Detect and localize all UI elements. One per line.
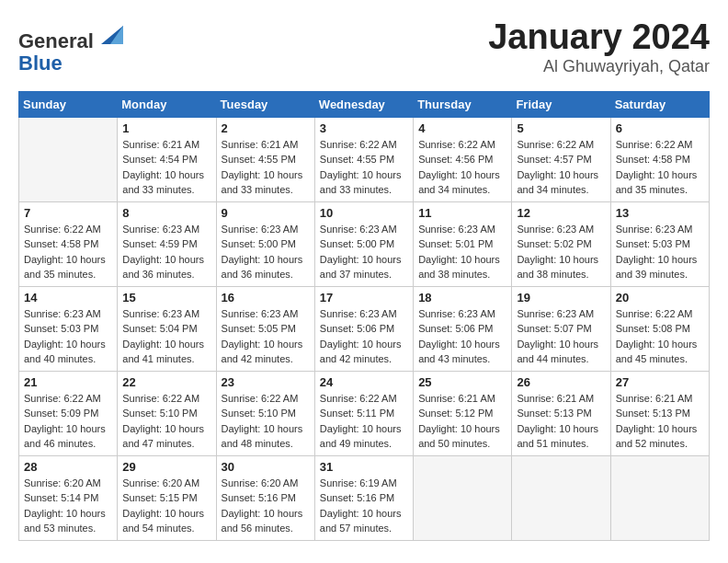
info-line: Sunset: 5:13 PM — [616, 406, 704, 421]
day-info: Sunrise: 6:23 AMSunset: 4:59 PMDaylight:… — [122, 222, 210, 282]
table-row: 7Sunrise: 6:22 AMSunset: 4:58 PMDaylight… — [19, 201, 118, 286]
table-row: 16Sunrise: 6:23 AMSunset: 5:05 PMDayligh… — [216, 286, 314, 371]
info-line: Daylight: 10 hours — [222, 421, 310, 437]
info-line: Daylight: 10 hours — [24, 506, 112, 522]
table-row: 14Sunrise: 6:23 AMSunset: 5:03 PMDayligh… — [19, 286, 118, 371]
info-line: Sunrise: 6:22 AM — [517, 137, 605, 153]
day-info: Sunrise: 6:22 AMSunset: 5:10 PMDaylight:… — [222, 391, 310, 452]
table-row: 20Sunrise: 6:22 AMSunset: 5:08 PMDayligh… — [610, 286, 709, 371]
day-number: 5 — [517, 121, 605, 135]
info-line: Sunrise: 6:22 AM — [418, 137, 506, 153]
day-number: 6 — [616, 121, 704, 135]
info-line: Daylight: 10 hours — [122, 337, 210, 352]
info-line: Daylight: 10 hours — [418, 252, 506, 268]
info-line: Daylight: 10 hours — [222, 506, 310, 522]
table-row: 18Sunrise: 6:23 AMSunset: 5:06 PMDayligh… — [414, 286, 512, 371]
day-number: 12 — [517, 206, 605, 220]
info-line: and 38 minutes. — [517, 267, 605, 282]
table-row: 12Sunrise: 6:23 AMSunset: 5:02 PMDayligh… — [512, 201, 610, 286]
day-number: 20 — [616, 291, 704, 304]
table-row: 29Sunrise: 6:20 AMSunset: 5:15 PMDayligh… — [118, 455, 216, 540]
location: Al Ghuwayriyah, Qatar — [488, 57, 710, 76]
info-line: and 36 minutes. — [222, 267, 310, 282]
day-number: 21 — [24, 375, 112, 389]
info-line: Sunrise: 6:23 AM — [320, 306, 408, 322]
table-row: 17Sunrise: 6:23 AMSunset: 5:06 PMDayligh… — [314, 286, 413, 371]
info-line: and 33 minutes. — [222, 182, 310, 198]
info-line: and 56 minutes. — [222, 521, 310, 536]
info-line: Sunrise: 6:23 AM — [517, 222, 605, 237]
info-line: Sunrise: 6:23 AM — [418, 306, 506, 322]
calendar-week-row: 14Sunrise: 6:23 AMSunset: 5:03 PMDayligh… — [19, 286, 710, 371]
info-line: Sunrise: 6:23 AM — [418, 222, 506, 237]
day-info: Sunrise: 6:22 AMSunset: 5:08 PMDaylight:… — [616, 306, 704, 367]
table-row: 30Sunrise: 6:20 AMSunset: 5:16 PMDayligh… — [216, 455, 314, 540]
info-line: Sunrise: 6:22 AM — [222, 391, 310, 407]
day-number: 26 — [517, 375, 605, 389]
table-row: 25Sunrise: 6:21 AMSunset: 5:12 PMDayligh… — [414, 371, 512, 455]
info-line: Daylight: 10 hours — [517, 252, 605, 268]
info-line: Daylight: 10 hours — [616, 252, 704, 268]
info-line: and 40 minutes. — [24, 351, 112, 367]
info-line: Sunset: 5:06 PM — [320, 321, 408, 337]
info-line: Sunset: 4:58 PM — [24, 236, 112, 252]
info-line: and 50 minutes. — [418, 436, 506, 452]
info-line: Daylight: 10 hours — [24, 337, 112, 352]
info-line: and 34 minutes. — [517, 182, 605, 198]
info-line: Daylight: 10 hours — [222, 337, 310, 352]
info-line: and 42 minutes. — [222, 351, 310, 367]
table-row: 2Sunrise: 6:21 AMSunset: 4:55 PMDaylight… — [216, 117, 314, 201]
info-line: Sunset: 5:00 PM — [320, 236, 408, 252]
info-line: Sunrise: 6:22 AM — [24, 222, 112, 237]
info-line: Sunrise: 6:23 AM — [320, 222, 408, 237]
day-number: 24 — [320, 375, 408, 389]
day-number: 10 — [320, 206, 408, 220]
day-info: Sunrise: 6:20 AMSunset: 5:14 PMDaylight:… — [24, 476, 112, 536]
info-line: and 47 minutes. — [122, 436, 210, 452]
calendar-week-row: 21Sunrise: 6:22 AMSunset: 5:09 PMDayligh… — [19, 371, 710, 455]
info-line: and 54 minutes. — [122, 521, 210, 536]
info-line: Sunrise: 6:22 AM — [320, 391, 408, 407]
info-line: Sunrise: 6:21 AM — [616, 391, 704, 407]
info-line: Sunrise: 6:23 AM — [517, 306, 605, 322]
day-info: Sunrise: 6:22 AMSunset: 4:56 PMDaylight:… — [418, 137, 506, 198]
day-info: Sunrise: 6:23 AMSunset: 5:02 PMDaylight:… — [517, 222, 605, 282]
day-number: 28 — [24, 460, 112, 474]
table-row: 15Sunrise: 6:23 AMSunset: 5:04 PMDayligh… — [118, 286, 216, 371]
info-line: and 38 minutes. — [418, 267, 506, 282]
info-line: Daylight: 10 hours — [418, 337, 506, 352]
info-line: Sunrise: 6:20 AM — [222, 476, 310, 491]
table-row — [19, 117, 118, 201]
table-row: 21Sunrise: 6:22 AMSunset: 5:09 PMDayligh… — [19, 371, 118, 455]
col-wednesday: Wednesday — [314, 91, 413, 117]
day-info: Sunrise: 6:23 AMSunset: 5:03 PMDaylight:… — [616, 222, 704, 282]
info-line: Daylight: 10 hours — [24, 252, 112, 268]
table-row: 6Sunrise: 6:22 AMSunset: 4:58 PMDaylight… — [610, 117, 709, 201]
info-line: Sunrise: 6:22 AM — [122, 391, 210, 407]
day-info: Sunrise: 6:23 AMSunset: 5:05 PMDaylight:… — [222, 306, 310, 367]
info-line: and 36 minutes. — [122, 267, 210, 282]
day-number: 25 — [418, 375, 506, 389]
info-line: Daylight: 10 hours — [122, 167, 210, 183]
info-line: and 35 minutes. — [616, 182, 704, 198]
info-line: Sunset: 5:10 PM — [222, 406, 310, 421]
info-line: Daylight: 10 hours — [24, 421, 112, 437]
info-line: and 39 minutes. — [616, 267, 704, 282]
info-line: Sunset: 4:54 PM — [122, 152, 210, 167]
day-number: 17 — [320, 291, 408, 304]
table-row: 13Sunrise: 6:23 AMSunset: 5:03 PMDayligh… — [610, 201, 709, 286]
info-line: Daylight: 10 hours — [320, 506, 408, 522]
day-number: 8 — [122, 206, 210, 220]
info-line: and 46 minutes. — [24, 436, 112, 452]
table-row: 22Sunrise: 6:22 AMSunset: 5:10 PMDayligh… — [118, 371, 216, 455]
col-tuesday: Tuesday — [216, 91, 314, 117]
calendar-week-row: 28Sunrise: 6:20 AMSunset: 5:14 PMDayligh… — [19, 455, 710, 540]
info-line: Daylight: 10 hours — [616, 167, 704, 183]
table-row: 5Sunrise: 6:22 AMSunset: 4:57 PMDaylight… — [512, 117, 610, 201]
info-line: Sunrise: 6:23 AM — [122, 306, 210, 322]
day-info: Sunrise: 6:23 AMSunset: 5:07 PMDaylight:… — [517, 306, 605, 367]
info-line: Sunset: 5:07 PM — [517, 321, 605, 337]
day-number: 7 — [24, 206, 112, 220]
info-line: Daylight: 10 hours — [418, 421, 506, 437]
info-line: Sunset: 5:09 PM — [24, 406, 112, 421]
